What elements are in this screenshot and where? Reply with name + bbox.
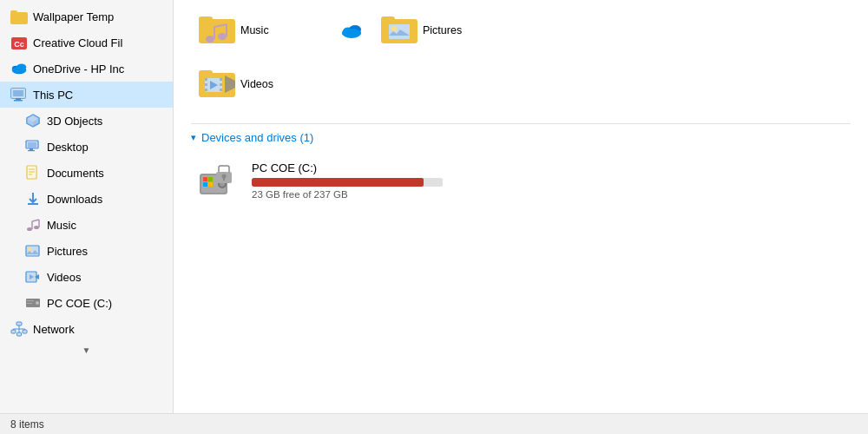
sidebar-item-network[interactable]: Network	[0, 316, 173, 342]
folder-item-videos[interactable]: Videos	[191, 62, 330, 106]
downloads-icon	[24, 190, 42, 207]
svg-rect-19	[30, 148, 33, 150]
folders-grid: Music	[191, 9, 851, 52]
svg-line-31	[32, 220, 39, 221]
folder-item-music[interactable]: Music	[191, 9, 330, 52]
svg-point-52	[206, 36, 214, 43]
svg-point-28	[34, 226, 39, 229]
videos-icon	[24, 268, 42, 286]
svg-rect-1	[10, 10, 17, 14]
scroll-indicator[interactable]: ▼	[0, 342, 173, 358]
sidebar-item-label: Music	[47, 219, 76, 232]
svg-rect-70	[205, 83, 207, 86]
svg-rect-74	[220, 89, 222, 91]
section-divider	[191, 123, 851, 124]
network-icon	[10, 320, 28, 338]
sidebar-item-label: Videos	[47, 271, 82, 284]
svg-rect-73	[220, 83, 222, 86]
svg-rect-80	[203, 177, 207, 181]
svg-point-53	[218, 33, 227, 40]
sidebar-item-label: Network	[33, 323, 75, 336]
svg-rect-0	[10, 12, 28, 24]
item-count: 8 items	[10, 418, 44, 431]
sidebar-item-label: Wallpaper Temp	[33, 10, 114, 23]
svg-rect-11	[16, 98, 21, 100]
sidebar-item-downloads[interactable]: Downloads	[0, 186, 173, 212]
folder-label-pictures: Pictures	[423, 24, 462, 36]
sidebar-item-onedrive[interactable]: OneDrive - HP Inc	[0, 56, 173, 82]
sidebar-item-documents[interactable]: Documents	[0, 160, 173, 186]
sidebar-item-label: Downloads	[47, 193, 102, 206]
videos-grid: Videos	[191, 62, 851, 106]
drive-details: PC COE (C:) 23 GB free of 237 GB	[252, 161, 845, 200]
videos-folder-icon	[199, 69, 233, 100]
svg-rect-81	[208, 177, 213, 181]
sidebar-item-3d-objects[interactable]: 3D Objects	[0, 108, 173, 134]
svg-rect-40	[27, 303, 32, 304]
sidebar-item-label: Pictures	[47, 245, 88, 258]
sidebar-item-pc-coe[interactable]: PC COE (C:)	[0, 290, 173, 316]
cc-icon: Cc	[10, 34, 28, 51]
progress-bar-container	[252, 178, 443, 187]
sidebar-item-label: OneDrive - HP Inc	[33, 62, 124, 76]
sidebar-item-music[interactable]: Music	[0, 212, 173, 238]
svg-rect-71	[205, 89, 207, 91]
drive-item-c[interactable]: PC COE (C:) 23 GB free of 237 GB	[191, 155, 851, 207]
folder-label-videos: Videos	[240, 78, 273, 90]
svg-point-38	[36, 301, 39, 305]
3d-objects-icon	[24, 112, 42, 129]
svg-rect-83	[208, 182, 213, 187]
devices-section: ▾ Devices and drives (1)	[191, 131, 851, 207]
svg-rect-18	[28, 142, 36, 148]
sidebar-item-pictures[interactable]: Pictures	[0, 238, 173, 264]
svg-point-27	[27, 227, 32, 231]
music-folder-icon	[199, 15, 233, 46]
drive-size: 23 GB free of 237 GB	[252, 189, 845, 200]
svg-rect-20	[28, 150, 35, 151]
pictures-folder-icon	[381, 15, 416, 46]
sidebar-item-label: Desktop	[47, 141, 89, 154]
svg-rect-41	[16, 322, 22, 326]
svg-rect-50	[199, 19, 235, 43]
drive-icon-container	[196, 161, 241, 200]
sidebar-item-label: Creative Cloud Fil	[33, 36, 122, 49]
svg-rect-12	[14, 100, 23, 102]
svg-rect-72	[220, 78, 222, 81]
main-content: Music	[174, 0, 868, 413]
sidebar-item-videos[interactable]: Videos	[0, 264, 173, 290]
devices-section-title: Devices and drives (1)	[201, 131, 313, 144]
sidebar: Wallpaper Temp Cc Creative Cloud Fil	[0, 0, 174, 413]
svg-rect-69	[205, 78, 207, 81]
pictures-icon	[24, 242, 42, 260]
svg-rect-32	[26, 246, 39, 256]
svg-point-33	[28, 247, 31, 251]
sidebar-item-label: This PC	[33, 89, 73, 102]
file-explorer-window: Wallpaper Temp Cc Creative Cloud Fil	[0, 0, 868, 413]
sidebar-item-label: 3D Objects	[47, 115, 102, 128]
svg-rect-66	[199, 70, 213, 76]
svg-rect-43	[23, 330, 27, 333]
svg-rect-51	[199, 16, 213, 23]
sidebar-item-this-pc[interactable]: This PC	[0, 82, 173, 108]
desktop-icon	[24, 138, 42, 155]
devices-section-header: ▾ Devices and drives (1)	[191, 131, 851, 144]
svg-point-7	[12, 67, 26, 73]
svg-text:Cc: Cc	[14, 40, 24, 49]
svg-rect-82	[203, 182, 207, 187]
sidebar-item-creative-cloud[interactable]: Cc Creative Cloud Fil	[0, 30, 173, 56]
onedrive-icon	[10, 60, 28, 77]
svg-rect-42	[11, 330, 16, 333]
sidebar-item-wallpaper-temp[interactable]: Wallpaper Temp	[0, 3, 173, 30]
sidebar-item-desktop[interactable]: Desktop	[0, 134, 173, 160]
svg-point-60	[342, 29, 361, 37]
svg-rect-62	[381, 16, 395, 23]
folder-icon	[10, 8, 28, 25]
documents-icon	[24, 164, 42, 181]
svg-rect-87	[223, 177, 225, 181]
folder-item-pictures[interactable]: Pictures	[373, 9, 512, 52]
status-bar: 8 items	[0, 413, 868, 434]
cloud-separator	[339, 9, 365, 52]
svg-rect-44	[17, 332, 22, 336]
progress-bar-fill	[252, 178, 424, 187]
chevron-icon: ▾	[191, 132, 196, 143]
